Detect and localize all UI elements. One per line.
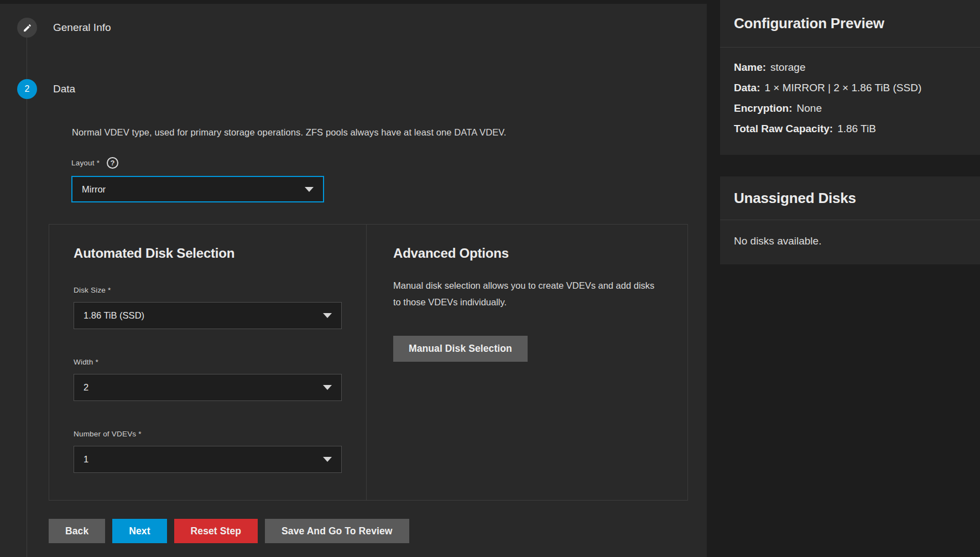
config-encryption-label: Encryption: [734, 102, 793, 114]
unassigned-disks-card: Unassigned Disks No disks available. [720, 176, 980, 264]
step-data-number: 2 [25, 84, 30, 94]
automated-disk-selection-title: Automated Disk Selection [74, 245, 366, 262]
advanced-options-section: Advanced Options Manual disk selection a… [367, 225, 687, 500]
config-capacity-label: Total Raw Capacity: [734, 123, 833, 134]
layout-field: Layout * ? Mirror [71, 157, 324, 202]
width-select[interactable]: 2 [74, 374, 342, 401]
configuration-preview-title: Configuration Preview [734, 15, 884, 32]
disk-size-select-value: 1.86 TiB (SSD) [84, 310, 323, 321]
chevron-down-icon [305, 187, 314, 192]
top-edge-strip [0, 0, 707, 4]
advanced-options-description: Manual disk selection allows you to crea… [393, 277, 664, 310]
disk-size-field: Disk Size * 1.86 TiB (SSD) [74, 286, 366, 329]
number-of-vdevs-select[interactable]: 1 [74, 446, 342, 473]
advanced-options-title: Advanced Options [393, 245, 687, 262]
width-label: Width * [74, 358, 366, 366]
reset-step-button[interactable]: Reset Step [174, 519, 258, 543]
data-vdev-description: Normal VDEV type, used for primary stora… [72, 127, 507, 138]
number-of-vdevs-field: Number of VDEVs * 1 [74, 430, 366, 473]
save-and-go-to-review-button[interactable]: Save And Go To Review [265, 519, 409, 543]
layout-label-row: Layout * ? [71, 157, 324, 169]
layout-select[interactable]: Mirror [71, 176, 324, 202]
unassigned-disks-title: Unassigned Disks [734, 190, 856, 207]
layout-label: Layout * [71, 159, 100, 167]
config-name-label: Name: [734, 61, 766, 73]
step-general-info-label: General Info [53, 22, 111, 34]
step-data[interactable]: 2 Data [17, 79, 75, 99]
config-row-data: Data:1 × MIRROR | 2 × 1.86 TiB (SSD) [734, 77, 966, 98]
step-action-buttons: Back Next Reset Step Save And Go To Revi… [49, 519, 409, 543]
configuration-preview-body: Name:storage Data:1 × MIRROR | 2 × 1.86 … [720, 48, 980, 139]
config-capacity-value: 1.86 TiB [837, 123, 876, 134]
chevron-down-icon [323, 313, 332, 318]
unassigned-disks-header: Unassigned Disks [720, 176, 980, 220]
configuration-preview-header: Configuration Preview [720, 0, 980, 48]
step-general-info-circle[interactable] [17, 18, 37, 38]
wizard-main-area: General Info 2 Data Normal VDEV type, us… [0, 0, 707, 557]
back-button[interactable]: Back [49, 519, 105, 543]
disk-selection-panel: Automated Disk Selection Disk Size * 1.8… [49, 224, 688, 501]
pool-creation-wizard: General Info 2 Data Normal VDEV type, us… [0, 0, 980, 557]
chevron-down-icon [323, 385, 332, 390]
config-data-label: Data: [734, 82, 760, 93]
config-row-encryption: Encryption:None [734, 98, 966, 118]
width-field: Width * 2 [74, 358, 366, 401]
step-data-label: Data [53, 83, 75, 95]
help-icon[interactable]: ? [107, 157, 118, 169]
configuration-preview-card: Configuration Preview Name:storage Data:… [720, 0, 980, 155]
unassigned-disks-body: No disks available. [720, 220, 980, 247]
layout-select-value: Mirror [82, 184, 305, 195]
step-data-circle[interactable]: 2 [17, 79, 37, 99]
config-encryption-value: None [797, 102, 822, 114]
automated-disk-selection-section: Automated Disk Selection Disk Size * 1.8… [49, 225, 366, 500]
disk-size-select[interactable]: 1.86 TiB (SSD) [74, 302, 342, 329]
step-general-info[interactable]: General Info [17, 18, 111, 38]
config-name-value: storage [770, 61, 805, 73]
no-disks-available-text: No disks available. [734, 220, 966, 247]
width-select-value: 2 [84, 382, 323, 393]
right-sidebar: Configuration Preview Name:storage Data:… [707, 0, 980, 557]
config-row-total-raw-capacity: Total Raw Capacity:1.86 TiB [734, 118, 966, 139]
config-data-value: 1 × MIRROR | 2 × 1.86 TiB (SSD) [765, 82, 922, 93]
chevron-down-icon [323, 457, 332, 462]
stepper-connector-line [27, 28, 27, 557]
manual-disk-selection-button[interactable]: Manual Disk Selection [393, 336, 528, 362]
edit-pencil-icon [23, 23, 32, 33]
number-of-vdevs-label: Number of VDEVs * [74, 430, 366, 438]
config-row-name: Name:storage [734, 57, 966, 77]
next-button[interactable]: Next [112, 519, 166, 543]
disk-size-label: Disk Size * [74, 286, 366, 294]
number-of-vdevs-select-value: 1 [84, 454, 323, 465]
